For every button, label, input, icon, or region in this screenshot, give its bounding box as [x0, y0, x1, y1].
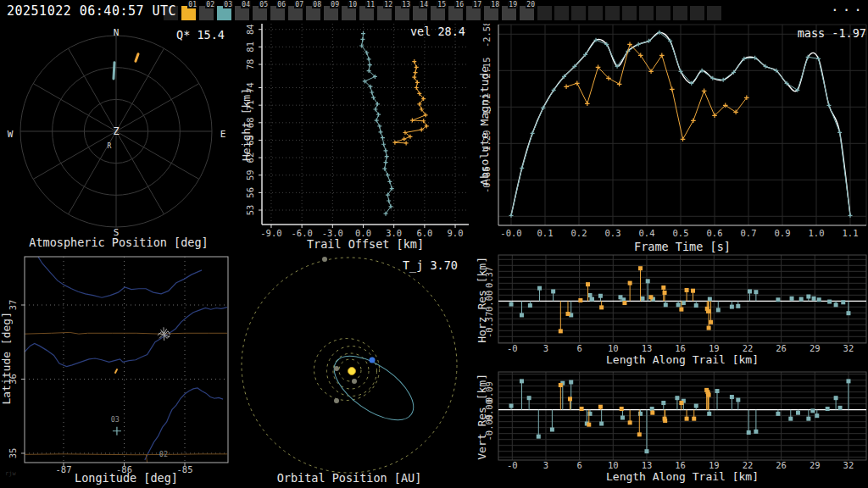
horz-res-station-01-point	[578, 298, 582, 302]
tab-blank[interactable]	[656, 6, 670, 20]
svg-text:6: 6	[576, 460, 581, 470]
vert-res-xaxis-title: Length Along Trail [km]	[498, 470, 866, 483]
tab-label: 09	[330, 1, 340, 8]
vert-res-station-03-point	[520, 379, 524, 383]
horz-res-station-03-point	[598, 294, 603, 298]
svg-text:0.5: 0.5	[673, 228, 689, 238]
horz-res-station-03-point	[520, 313, 524, 317]
earth	[370, 358, 376, 363]
vert-res-station-01-point	[707, 393, 711, 397]
svg-text:-0: -0	[507, 343, 518, 353]
panel-light-curve: -0.00.10.20.30.40.50.60.70.91.01.1-2.58-…	[475, 24, 868, 252]
tab-13[interactable]: 13	[395, 6, 409, 20]
tab-07[interactable]: 07	[288, 6, 303, 20]
tab-blank[interactable]	[690, 6, 704, 20]
svg-text:56: 56	[245, 187, 255, 198]
planet	[322, 257, 327, 262]
horz-res-station-01-point	[586, 282, 590, 286]
vert-res-station-03-point	[650, 407, 654, 411]
tab-12[interactable]: 12	[377, 6, 392, 20]
tab-blank[interactable]	[554, 6, 569, 20]
vert-res-station-01-point	[663, 419, 667, 423]
vert-res-station-03-point	[509, 404, 514, 408]
map-yaxis-title: Latitude [deg]	[0, 312, 13, 405]
svg-text:35: 35	[8, 448, 18, 459]
vert-res-station-01-point	[587, 423, 591, 427]
vert-res-station-01-point	[559, 383, 563, 387]
planet	[334, 366, 339, 371]
vert-res-station-01-point	[568, 396, 572, 401]
horz-res-station-03-point	[817, 297, 821, 302]
tab-blank[interactable]	[673, 6, 687, 20]
state-border	[25, 332, 227, 334]
svg-text:16: 16	[675, 343, 686, 353]
tab-06[interactable]: 06	[270, 6, 285, 20]
tab-02[interactable]: 02	[199, 6, 214, 20]
svg-text:Z: Z	[113, 125, 119, 137]
trail-xaxis-title: Trail Offset [km]	[262, 237, 469, 251]
horz-res-station-03-point	[528, 303, 532, 308]
horz-res-station-03-point	[646, 279, 650, 283]
svg-text:13: 13	[642, 460, 653, 470]
atmospheric-title: Atmospheric Position [deg]	[0, 236, 237, 249]
horz-res-station-03-point	[841, 300, 845, 304]
svg-text:-0.0: -0.0	[500, 228, 521, 238]
svg-text:W: W	[8, 129, 14, 140]
tab-20[interactable]: 20	[520, 6, 534, 20]
vert-res-station-03-point	[788, 417, 793, 421]
vert-res-station-03-point	[846, 379, 850, 383]
tab-08[interactable]: 08	[306, 6, 320, 20]
horz-res-station-01-point	[691, 289, 695, 293]
horz-res-station-01-point	[679, 308, 683, 312]
tab-blank[interactable]	[622, 6, 637, 20]
tab-05[interactable]: 05	[253, 6, 267, 20]
svg-text:81: 81	[245, 42, 255, 53]
svg-text:26: 26	[776, 343, 787, 353]
tab-blank[interactable]	[707, 6, 721, 20]
tab-15[interactable]: 15	[431, 6, 445, 20]
tab-04[interactable]: 04	[235, 6, 249, 20]
tab-label: 11	[365, 1, 376, 8]
tab-label: 12	[383, 1, 393, 8]
svg-text:32: 32	[843, 460, 854, 470]
vert-res-station-01-point	[628, 420, 632, 424]
tab-19[interactable]: 19	[502, 6, 516, 20]
tab-blank[interactable]	[537, 6, 552, 20]
svg-text:0.7: 0.7	[741, 228, 757, 238]
horz-res-station-03-point	[537, 286, 542, 291]
tab-18[interactable]: 18	[484, 6, 498, 20]
tab-03[interactable]: 03	[217, 6, 231, 20]
horz-res-station-03-point	[806, 295, 810, 299]
horz-res-station-01-point	[559, 329, 563, 333]
overflow-menu-button[interactable]: ...	[831, 0, 865, 14]
horz-res-station-03-point	[736, 304, 740, 308]
svg-text:1.1: 1.1	[843, 228, 859, 238]
tab-11[interactable]: 11	[359, 6, 374, 20]
horz-res-station-03-point	[846, 311, 850, 315]
horz-res-station-01-point	[706, 309, 710, 313]
vert-res-station-03-point	[747, 430, 751, 435]
map-xaxis-title: Longitude [deg]	[25, 471, 228, 485]
tab-16[interactable]: 16	[448, 6, 463, 20]
meteor-dashboard: 0102030405060708091011121314151617181920…	[0, 0, 868, 488]
orbit-title: Orbital Position [AU]	[237, 471, 461, 485]
vert-res-station-03-point	[527, 396, 531, 400]
vert-res-yaxis-title: Vert Res [km]	[476, 374, 488, 460]
tab-01[interactable]: 01	[181, 6, 196, 20]
horz-res-yaxis-title: Horz Res [km]	[476, 257, 488, 343]
svg-text:19: 19	[709, 460, 720, 470]
panel-trail-offset: -9.0-6.0-3.00.03.06.09.05356596265687174…	[237, 24, 475, 252]
horz-res-station-01-point	[661, 286, 665, 290]
svg-text:13: 13	[642, 343, 653, 353]
tab-17[interactable]: 17	[466, 6, 481, 20]
tab-10[interactable]: 10	[342, 6, 356, 20]
tab-blank[interactable]	[588, 6, 603, 20]
tab-blank[interactable]	[605, 6, 620, 20]
svg-text:-2.58: -2.58	[481, 24, 492, 47]
tab-14[interactable]: 14	[413, 6, 427, 20]
tab-blank[interactable]	[571, 6, 586, 20]
tab-blank[interactable]	[639, 6, 654, 20]
vert-res-station-03-point	[537, 435, 541, 439]
river	[38, 257, 202, 297]
tab-09[interactable]: 09	[324, 6, 338, 20]
